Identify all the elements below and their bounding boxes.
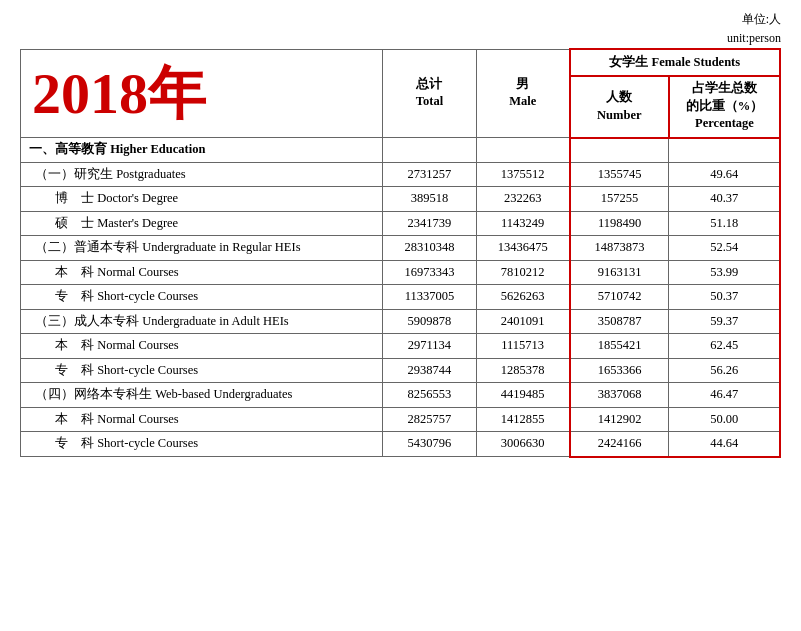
row-female-pct: 50.37 — [669, 285, 780, 310]
row-label: 本 科 Normal Courses — [21, 334, 383, 359]
row-total: 2938744 — [383, 358, 476, 383]
row-male: 1143249 — [476, 211, 569, 236]
row-male: 1412855 — [476, 407, 569, 432]
row-female-num: 2424166 — [570, 432, 669, 457]
table-row: 专 科 Short-cycle Courses11337005562626357… — [21, 285, 781, 310]
year-display: 2018年 — [27, 53, 376, 134]
row-label: 专 科 Short-cycle Courses — [21, 432, 383, 457]
row-label: （二）普通本专科 Undergraduate in Regular HEIs — [21, 236, 383, 261]
row-male: 5626263 — [476, 285, 569, 310]
row-label: 本 科 Normal Courses — [21, 407, 383, 432]
row-total: 389518 — [383, 187, 476, 212]
row-female-pct: 59.37 — [669, 309, 780, 334]
female-num-header: 人数 Number — [570, 76, 669, 138]
header-row-1: 2018年 总计 Total 男 Male 女学生 Female Student… — [21, 49, 781, 75]
row-total: 2341739 — [383, 211, 476, 236]
table-row: （一）研究生 Postgraduates27312571375512135574… — [21, 162, 781, 187]
table-row: 专 科 Short-cycle Courses54307963006630242… — [21, 432, 781, 457]
row-male: 1285378 — [476, 358, 569, 383]
row-male: 3006630 — [476, 432, 569, 457]
row-male — [476, 138, 569, 163]
row-total: 5909878 — [383, 309, 476, 334]
table-row: （四）网络本专科生 Web-based Undergraduates825655… — [21, 383, 781, 408]
table-row: 博 士 Doctor's Degree38951823226315725540.… — [21, 187, 781, 212]
table-row: 一、高等教育 Higher Education — [21, 138, 781, 163]
row-female-pct: 49.64 — [669, 162, 780, 187]
row-total: 5430796 — [383, 432, 476, 457]
row-male: 13436475 — [476, 236, 569, 261]
row-female-num: 5710742 — [570, 285, 669, 310]
row-female-pct: 46.47 — [669, 383, 780, 408]
row-total — [383, 138, 476, 163]
row-label: 一、高等教育 Higher Education — [21, 138, 383, 163]
row-total: 16973343 — [383, 260, 476, 285]
row-label: 专 科 Short-cycle Courses — [21, 285, 383, 310]
row-total: 8256553 — [383, 383, 476, 408]
row-female-pct — [669, 138, 780, 163]
male-header: 男 Male — [476, 49, 569, 137]
row-male: 1375512 — [476, 162, 569, 187]
row-label: 专 科 Short-cycle Courses — [21, 358, 383, 383]
row-female-pct: 53.99 — [669, 260, 780, 285]
row-total: 2971134 — [383, 334, 476, 359]
row-label: 博 士 Doctor's Degree — [21, 187, 383, 212]
total-header: 总计 Total — [383, 49, 476, 137]
row-female-num: 14873873 — [570, 236, 669, 261]
row-female-num: 3508787 — [570, 309, 669, 334]
row-female-pct: 44.64 — [669, 432, 780, 457]
row-total: 2731257 — [383, 162, 476, 187]
row-label: （一）研究生 Postgraduates — [21, 162, 383, 187]
row-female-num: 1855421 — [570, 334, 669, 359]
row-female-pct: 50.00 — [669, 407, 780, 432]
row-female-num — [570, 138, 669, 163]
row-total: 28310348 — [383, 236, 476, 261]
row-female-pct: 56.26 — [669, 358, 780, 383]
row-female-pct: 51.18 — [669, 211, 780, 236]
female-header: 女学生 Female Students — [570, 49, 780, 75]
row-label: （四）网络本专科生 Web-based Undergraduates — [21, 383, 383, 408]
table-row: 本 科 Normal Courses1697334378102129163131… — [21, 260, 781, 285]
female-pct-header: 占学生总数 的比重（%） Percentage — [669, 76, 780, 138]
row-male: 1115713 — [476, 334, 569, 359]
row-label: （三）成人本专科 Undergraduate in Adult HEIs — [21, 309, 383, 334]
row-female-num: 3837068 — [570, 383, 669, 408]
table-row: 硕 士 Master's Degree234173911432491198490… — [21, 211, 781, 236]
row-label: 本 科 Normal Courses — [21, 260, 383, 285]
row-label: 硕 士 Master's Degree — [21, 211, 383, 236]
row-male: 2401091 — [476, 309, 569, 334]
table-row: 本 科 Normal Courses2971134111571318554216… — [21, 334, 781, 359]
unit-label: 单位:人 unit:person — [20, 10, 781, 48]
row-female-num: 1198490 — [570, 211, 669, 236]
row-male: 4419485 — [476, 383, 569, 408]
row-female-num: 157255 — [570, 187, 669, 212]
year-cell: 2018年 — [21, 49, 383, 137]
table-row: （二）普通本专科 Undergraduate in Regular HEIs28… — [21, 236, 781, 261]
row-female-num: 1355745 — [570, 162, 669, 187]
row-male: 232263 — [476, 187, 569, 212]
row-female-pct: 52.54 — [669, 236, 780, 261]
table-row: 专 科 Short-cycle Courses29387441285378165… — [21, 358, 781, 383]
row-male: 7810212 — [476, 260, 569, 285]
row-female-num: 1412902 — [570, 407, 669, 432]
row-female-num: 1653366 — [570, 358, 669, 383]
row-total: 11337005 — [383, 285, 476, 310]
row-female-num: 9163131 — [570, 260, 669, 285]
table-row: （三）成人本专科 Undergraduate in Adult HEIs5909… — [21, 309, 781, 334]
row-total: 2825757 — [383, 407, 476, 432]
table-row: 本 科 Normal Courses2825757141285514129025… — [21, 407, 781, 432]
row-female-pct: 62.45 — [669, 334, 780, 359]
row-female-pct: 40.37 — [669, 187, 780, 212]
